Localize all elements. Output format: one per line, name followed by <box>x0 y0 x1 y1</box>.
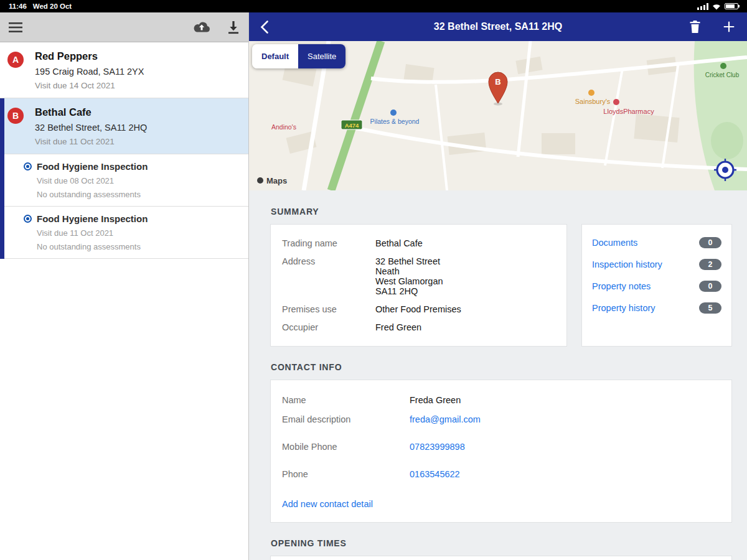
map-watermark: Maps <box>266 176 287 185</box>
wifi-icon <box>712 3 721 10</box>
documents-count-badge: 0 <box>699 237 721 248</box>
documents-link-row: Documents 0 <box>592 237 721 248</box>
property-list-item-b-selected[interactable]: B Bethal Cafe 32 Bethel Street, SA11 2HQ… <box>4 98 248 154</box>
inspection-list-item-2[interactable]: Food Hygiene Inspection Visit due 11 Oct… <box>4 207 248 259</box>
apple-logo-icon <box>257 177 263 184</box>
inspection-status: No outstanding assessments <box>37 242 238 251</box>
map-label-cricket-club: Cricket Club <box>705 72 740 78</box>
quick-links-card: Documents 0 Inspection history 2 Propert… <box>582 225 731 346</box>
map-label-pharmacy: LloydsPharmacy <box>603 108 654 115</box>
download-button[interactable] <box>227 21 240 34</box>
contact-phone-link[interactable]: 0163545622 <box>410 469 460 479</box>
status-bar: 11:46 Wed 20 Oct <box>0 0 747 12</box>
cloud-upload-icon <box>192 21 211 34</box>
cricket-poi-icon <box>720 63 726 69</box>
inspection-title: Food Hygiene Inspection <box>37 213 148 224</box>
pilates-poi-icon <box>390 110 397 116</box>
property-visit-due: Visit due 14 Oct 2021 <box>35 81 238 90</box>
supermarket-poi-icon <box>588 90 594 96</box>
plus-icon <box>722 20 736 34</box>
compass-locate-icon <box>713 158 737 182</box>
property-name: Bethal Cafe <box>35 106 238 118</box>
property-visit-due: Visit due 11 Oct 2021 <box>35 137 238 146</box>
contact-field-name: Name Freda Green <box>282 395 720 405</box>
inspection-list-item-1[interactable]: Food Hygiene Inspection Visit due 08 Oct… <box>4 154 248 207</box>
add-contact-detail-link[interactable]: Add new contact detail <box>282 499 373 509</box>
property-history-link-row: Property history 5 <box>592 302 721 314</box>
summary-heading: SUMMARY <box>271 207 731 217</box>
property-notes-count-badge: 0 <box>699 281 721 292</box>
property-list-panel: A Red Peppers 195 Craig Road, SA11 2YX V… <box>0 12 249 560</box>
back-button[interactable] <box>260 21 268 34</box>
summary-field-address: Address 32 Bethel Street Neath West Glam… <box>282 256 555 296</box>
property-history-count-badge: 5 <box>699 302 721 314</box>
detail-content: SUMMARY Trading name Bethal Cafe Address… <box>249 190 747 560</box>
delete-button[interactable] <box>689 20 701 34</box>
property-address: 32 Bethel Street, SA11 2HQ <box>35 123 238 133</box>
hamburger-icon <box>9 22 22 32</box>
page-title: 32 Bethel Street, SA11 2HQ <box>434 21 562 32</box>
pharmacy-poi-icon <box>613 99 619 105</box>
summary-field-premises-use: Premises use Other Food Premises <box>282 304 555 314</box>
property-name: Red Peppers <box>35 50 238 62</box>
locate-button[interactable] <box>713 158 737 182</box>
inspection-visit-due: Visit due 08 Oct 2021 <box>37 176 238 185</box>
menu-button[interactable] <box>9 22 22 32</box>
summary-card: Trading name Bethal Cafe Address 32 Beth… <box>271 225 566 346</box>
contact-info-heading: CONTACT INFO <box>271 362 731 372</box>
property-list-item-a[interactable]: A Red Peppers 195 Craig Road, SA11 2YX V… <box>0 42 248 98</box>
app-screen: 11:46 Wed 20 Oct <box>0 0 747 560</box>
contact-mobile-link[interactable]: 07823999898 <box>410 442 465 452</box>
property-history-link[interactable]: Property history <box>592 303 655 313</box>
contact-field-phone: Phone 0163545622 <box>282 469 720 479</box>
property-address: 195 Craig Road, SA11 2YX <box>35 67 238 77</box>
contact-field-email: Email description freda@gmail.com <box>282 414 720 424</box>
add-button[interactable] <box>722 20 736 34</box>
signal-icon <box>697 3 708 10</box>
selected-property-group: B Bethal Cafe 32 Bethel Street, SA11 2HQ… <box>0 98 248 259</box>
property-notes-link-row: Property notes 0 <box>592 281 721 292</box>
status-time: 11:46 <box>9 2 27 10</box>
property-badge-a: A <box>7 52 24 68</box>
inspection-target-icon <box>24 162 32 170</box>
upload-button[interactable] <box>192 21 211 34</box>
inspection-title: Food Hygiene Inspection <box>37 161 148 172</box>
property-notes-link[interactable]: Property notes <box>592 281 651 291</box>
map-pin-label: B <box>495 77 500 86</box>
summary-field-occupier: Occupier Fred Green <box>282 322 555 332</box>
road-shield-label: A474 <box>345 122 359 129</box>
battery-icon <box>725 3 738 9</box>
inspection-target-icon <box>24 215 32 223</box>
inspection-history-count-badge: 2 <box>699 259 721 270</box>
map-view[interactable]: Sainsbury's LloydsPharmacy Cricket Club … <box>249 41 747 190</box>
status-date: Wed 20 Oct <box>33 2 72 10</box>
map-tab-satellite[interactable]: Satellite <box>298 44 345 68</box>
contact-email-link[interactable]: freda@gmail.com <box>410 414 481 424</box>
back-chevron-icon <box>260 21 268 34</box>
inspection-history-link[interactable]: Inspection history <box>592 259 662 269</box>
map-mode-tabs: Default Satellite <box>252 44 345 68</box>
map-label-restaurant: Andino's <box>271 123 296 131</box>
detail-header: 32 Bethel Street, SA11 2HQ <box>249 12 747 41</box>
map-tab-default[interactable]: Default <box>252 44 298 68</box>
inspection-history-link-row: Inspection history 2 <box>592 259 721 270</box>
inspection-status: No outstanding assessments <box>37 190 238 199</box>
trash-icon <box>689 20 701 34</box>
left-toolbar <box>0 12 248 42</box>
opening-times-heading: OPENING TIMES <box>271 538 731 548</box>
inspection-visit-due: Visit due 11 Oct 2021 <box>37 228 238 238</box>
map-label-supermarket: Sainsbury's <box>575 98 611 105</box>
map-label-pilates: Pilates & beyond <box>370 118 420 125</box>
summary-field-trading-name: Trading name Bethal Cafe <box>282 238 555 248</box>
contact-info-card: Name Freda Green Email description freda… <box>271 380 731 522</box>
download-icon <box>227 21 240 34</box>
opening-times-card: Weekday 08:00 - 19:00 <box>271 556 731 560</box>
property-badge-b: B <box>7 108 24 124</box>
documents-link[interactable]: Documents <box>592 238 637 248</box>
property-detail-panel: 32 Bethel Street, SA11 2HQ <box>249 12 747 560</box>
contact-field-mobile: Mobile Phone 07823999898 <box>282 442 720 452</box>
